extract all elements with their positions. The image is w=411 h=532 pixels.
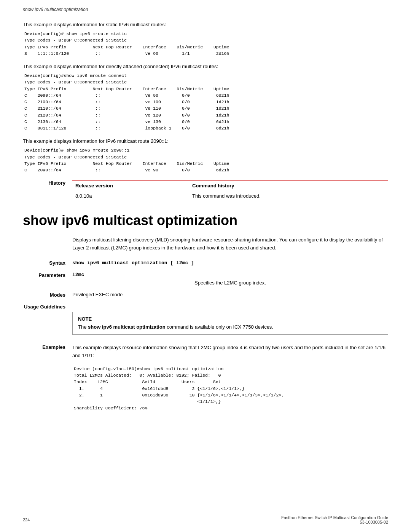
note-box: NOTE The show ipv6 multicast optimizatio… xyxy=(72,312,388,335)
route-example-label: This example displays information for IP… xyxy=(23,138,388,144)
syntax-row: Syntax show ipv6 multicast optimization … xyxy=(23,260,388,266)
modes-content: Privileged EXEC mode xyxy=(72,292,388,297)
history-col-version: Release version xyxy=(72,181,189,191)
connected-example-section: This example displays information for di… xyxy=(23,64,388,131)
page: show ipv6 multicast optimization This ex… xyxy=(0,0,411,532)
description-text: Displays multicast listening discovery (… xyxy=(23,236,388,252)
history-label: History xyxy=(23,180,72,201)
syntax-value: show ipv6 multicast optimization [ l2mc … xyxy=(72,260,194,266)
history-table: Release version Command history 8.0.10aT… xyxy=(72,180,388,201)
note-text-prefix: The xyxy=(78,324,88,330)
page-title: show ipv6 multicast optimization xyxy=(23,212,388,228)
footer-doc-title: FastIron Ethernet Switch IP Multicast Co… xyxy=(281,515,388,520)
note-bold-text: show ipv6 multicast optimization xyxy=(88,324,166,330)
history-table-header-row: Release version Command history xyxy=(72,181,388,191)
static-example-label: This example displays information for st… xyxy=(23,22,388,27)
header-title: show ipv6 multicast optimization xyxy=(23,7,88,12)
syntax-content: show ipv6 multicast optimization [ l2mc … xyxy=(72,260,388,266)
page-footer: 224 FastIron Ethernet Switch IP Multicas… xyxy=(0,515,411,524)
static-example-section: This example displays information for st… xyxy=(23,22,388,57)
note-title: NOTE xyxy=(78,316,382,322)
examples-row: Examples This example displays resource … xyxy=(23,344,388,417)
param-name: l2mc xyxy=(72,272,388,278)
connected-code-block: Device(config)#show ipv6 mroute connect … xyxy=(23,72,388,131)
content-area: This example displays information for st… xyxy=(0,14,411,446)
history-section: History Release version Command history … xyxy=(23,180,388,201)
parameters-label: Parameters xyxy=(23,272,72,278)
static-code-block: Device(config)# show ipv6 mroute static … xyxy=(23,30,388,57)
footer-doc-number: 53-1003085-02 xyxy=(281,520,388,524)
usage-guidelines-label: Usage Guidelines xyxy=(23,304,72,340)
modes-row: Modes Privileged EXEC mode xyxy=(23,292,388,298)
parameters-row: Parameters l2mc Specifies the L2MC group… xyxy=(23,272,388,286)
history-table-wrapper: Release version Command history 8.0.10aT… xyxy=(72,180,388,201)
history-command-cell: This command was introduced. xyxy=(189,191,388,201)
route-example-section: This example displays information for IP… xyxy=(23,138,388,173)
modes-value: Privileged EXEC mode xyxy=(72,292,123,297)
param-desc: Specifies the L2MC group index. xyxy=(72,280,388,286)
parameters-content: l2mc Specifies the L2MC group index. xyxy=(72,272,388,286)
history-col-command: Command history xyxy=(189,181,388,191)
route-code-block: Device(config)# show ipv6 mroute 2090::1… xyxy=(23,147,388,173)
page-header: show ipv6 multicast optimization xyxy=(0,0,411,14)
footer-page-number: 224 xyxy=(23,518,30,522)
note-text-suffix: command is available only on ICX 7750 de… xyxy=(166,324,273,330)
examples-code-block: Device (config-vlan-150)#show ipv6 multi… xyxy=(72,366,388,412)
examples-content: This example displays resource informati… xyxy=(72,344,388,417)
syntax-label: Syntax xyxy=(23,260,72,266)
usage-guidelines-content: NOTE The show ipv6 multicast optimizatio… xyxy=(72,304,388,340)
usage-divider xyxy=(72,308,388,308)
connected-example-label: This example displays information for di… xyxy=(23,64,388,69)
footer-right: FastIron Ethernet Switch IP Multicast Co… xyxy=(281,515,388,524)
note-text: The show ipv6 multicast optimization com… xyxy=(78,323,382,331)
usage-guidelines-row: Usage Guidelines NOTE The show ipv6 mult… xyxy=(23,304,388,340)
examples-description: This example displays resource informati… xyxy=(72,344,388,360)
modes-label: Modes xyxy=(23,292,72,298)
history-table-row: 8.0.10aThis command was introduced. xyxy=(72,191,388,201)
history-version-cell: 8.0.10a xyxy=(72,191,189,201)
examples-label: Examples xyxy=(23,344,72,350)
